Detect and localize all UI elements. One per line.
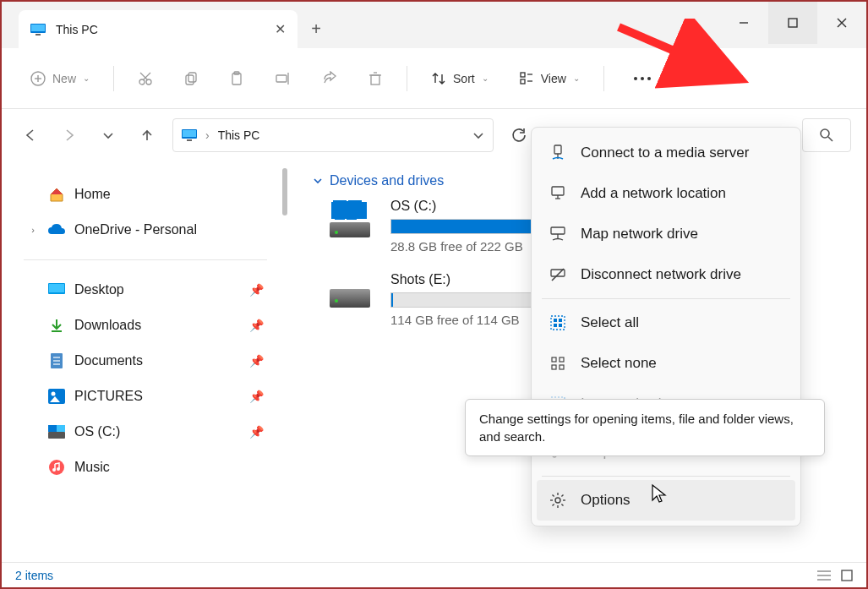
desktop-icon [47, 281, 66, 299]
sort-icon [431, 71, 446, 86]
chevron-right-icon[interactable]: › [27, 225, 39, 235]
minimize-button[interactable] [719, 2, 768, 44]
svg-rect-82 [554, 324, 557, 327]
pin-icon[interactable]: 📌 [249, 354, 264, 368]
disconnect-drive-icon [549, 265, 567, 284]
menu-select-none[interactable]: Select none [537, 343, 795, 384]
up-button[interactable] [134, 122, 161, 149]
svg-point-43 [52, 392, 56, 396]
pin-icon[interactable]: 📌 [249, 283, 264, 297]
svg-rect-64 [330, 289, 370, 308]
select-none-icon [549, 354, 567, 373]
address-bar[interactable]: › This PC [172, 118, 494, 152]
delete-button[interactable] [356, 62, 395, 95]
svg-rect-85 [560, 357, 564, 362]
select-all-icon [549, 314, 567, 332]
share-button[interactable] [310, 62, 349, 95]
menu-map-network-drive[interactable]: Map network drive [537, 214, 795, 254]
svg-point-49 [57, 467, 60, 471]
svg-line-100 [553, 504, 554, 505]
sidebar-item-os-c[interactable]: OS (C:) 📌 [17, 414, 274, 450]
svg-rect-36 [49, 284, 64, 292]
view-button[interactable]: View ⌄ [507, 62, 592, 95]
network-location-icon [549, 184, 567, 203]
search-box[interactable] [802, 118, 851, 152]
menu-select-all[interactable]: Select all [537, 303, 795, 343]
pin-icon[interactable]: 📌 [249, 390, 264, 403]
svg-rect-32 [187, 139, 192, 141]
svg-point-11 [146, 79, 151, 85]
monitor-icon [182, 129, 197, 141]
svg-rect-50 [330, 222, 370, 237]
new-button[interactable]: New ⌄ [19, 62, 101, 95]
sidebar-item-music[interactable]: Music [17, 450, 274, 485]
gear-icon [549, 491, 567, 510]
ellipsis-icon [633, 76, 652, 81]
svg-rect-31 [183, 130, 196, 137]
share-icon [322, 71, 337, 86]
chevron-down-icon: ⌄ [83, 74, 90, 83]
sidebar-item-documents[interactable]: Documents 📌 [17, 343, 274, 379]
maximize-button[interactable] [768, 2, 817, 44]
chevron-down-icon[interactable] [472, 131, 484, 139]
sidebar-home[interactable]: Home [17, 177, 274, 212]
svg-point-48 [52, 468, 56, 472]
music-icon [47, 458, 66, 477]
paste-button[interactable] [217, 62, 256, 95]
more-button[interactable] [616, 62, 669, 95]
forward-button[interactable] [56, 122, 83, 149]
scrollbar-thumb[interactable] [282, 168, 287, 215]
sidebar-onedrive[interactable]: › OneDrive - Personal [17, 212, 274, 248]
toolbar: New ⌄ Sort ⌄ View ⌄ [2, 48, 866, 109]
rename-button[interactable] [263, 62, 303, 95]
svg-point-28 [641, 77, 644, 80]
details-view-icon[interactable] [817, 570, 831, 581]
svg-point-93 [555, 498, 560, 503]
tab-this-pc[interactable]: This PC ✕ [19, 10, 298, 48]
cloud-icon [47, 221, 66, 239]
menu-options[interactable]: Options [537, 480, 795, 521]
svg-rect-60 [335, 201, 345, 210]
tiles-view-icon[interactable] [841, 570, 853, 581]
svg-rect-45 [48, 425, 57, 432]
svg-rect-20 [371, 75, 379, 85]
new-tab-button[interactable]: + [298, 10, 335, 48]
refresh-button[interactable] [505, 122, 532, 149]
sidebar-item-pictures[interactable]: PICTURES 📌 [17, 379, 274, 414]
drive-icon [47, 423, 66, 441]
back-button[interactable] [17, 122, 44, 149]
chevron-down-icon [313, 177, 323, 185]
pin-icon[interactable]: 📌 [249, 425, 264, 439]
copy-button[interactable] [172, 62, 210, 95]
breadcrumb-location[interactable]: This PC [218, 128, 260, 142]
svg-rect-72 [552, 187, 564, 195]
svg-rect-84 [552, 357, 556, 362]
sidebar: Home › OneDrive - Personal Desktop 📌 Dow… [2, 161, 289, 562]
menu-connect-media-server[interactable]: Connect to a media server [537, 133, 795, 173]
rename-icon [275, 71, 292, 86]
recent-button[interactable] [95, 122, 122, 149]
menu-disconnect-network-drive[interactable]: Disconnect network drive [537, 254, 795, 295]
svg-rect-61 [347, 201, 357, 210]
clipboard-icon [229, 71, 244, 86]
svg-rect-83 [559, 324, 562, 327]
sidebar-item-desktop[interactable]: Desktop 📌 [17, 272, 274, 308]
view-icon [519, 71, 534, 86]
svg-rect-75 [551, 227, 565, 234]
cut-button[interactable] [126, 62, 165, 95]
close-tab-icon[interactable]: ✕ [275, 21, 286, 37]
pictures-icon [47, 387, 66, 406]
close-window-button[interactable] [817, 2, 866, 44]
window-controls [719, 2, 866, 44]
pin-icon[interactable]: 📌 [249, 319, 264, 332]
menu-add-network-location[interactable]: Add a network location [537, 173, 795, 214]
svg-rect-79 [551, 316, 565, 330]
svg-rect-87 [560, 365, 564, 369]
svg-point-65 [335, 299, 338, 303]
sidebar-item-downloads[interactable]: Downloads 📌 [17, 308, 274, 343]
search-icon [820, 128, 833, 142]
sort-button[interactable]: Sort ⌄ [419, 62, 500, 95]
svg-point-29 [647, 77, 651, 80]
svg-point-47 [49, 460, 64, 475]
titlebar: This PC ✕ + [2, 2, 866, 48]
